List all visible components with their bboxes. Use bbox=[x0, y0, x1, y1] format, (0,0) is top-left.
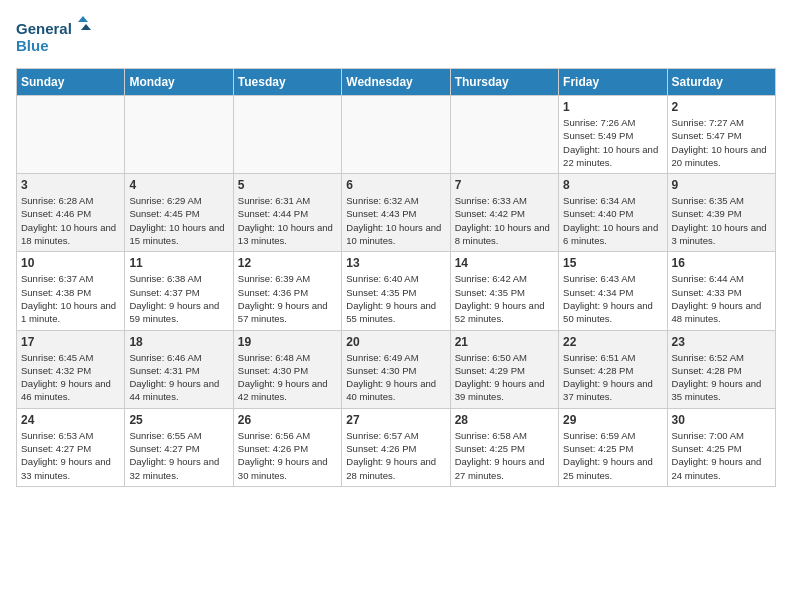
day-number: 2 bbox=[672, 100, 771, 114]
calendar-cell bbox=[17, 96, 125, 174]
calendar-cell: 6Sunrise: 6:32 AM Sunset: 4:43 PM Daylig… bbox=[342, 174, 450, 252]
calendar-cell: 29Sunrise: 6:59 AM Sunset: 4:25 PM Dayli… bbox=[559, 408, 667, 486]
day-info: Sunrise: 6:51 AM Sunset: 4:28 PM Dayligh… bbox=[563, 351, 662, 404]
day-number: 6 bbox=[346, 178, 445, 192]
day-number: 23 bbox=[672, 335, 771, 349]
weekday-header: Friday bbox=[559, 69, 667, 96]
day-info: Sunrise: 6:53 AM Sunset: 4:27 PM Dayligh… bbox=[21, 429, 120, 482]
calendar-cell: 14Sunrise: 6:42 AM Sunset: 4:35 PM Dayli… bbox=[450, 252, 558, 330]
calendar-cell: 3Sunrise: 6:28 AM Sunset: 4:46 PM Daylig… bbox=[17, 174, 125, 252]
calendar-cell bbox=[125, 96, 233, 174]
day-number: 16 bbox=[672, 256, 771, 270]
day-number: 21 bbox=[455, 335, 554, 349]
day-number: 27 bbox=[346, 413, 445, 427]
calendar-cell: 2Sunrise: 7:27 AM Sunset: 5:47 PM Daylig… bbox=[667, 96, 775, 174]
calendar-cell: 18Sunrise: 6:46 AM Sunset: 4:31 PM Dayli… bbox=[125, 330, 233, 408]
day-info: Sunrise: 6:40 AM Sunset: 4:35 PM Dayligh… bbox=[346, 272, 445, 325]
weekday-header: Thursday bbox=[450, 69, 558, 96]
day-number: 19 bbox=[238, 335, 337, 349]
weekday-header: Tuesday bbox=[233, 69, 341, 96]
day-info: Sunrise: 6:28 AM Sunset: 4:46 PM Dayligh… bbox=[21, 194, 120, 247]
day-info: Sunrise: 6:58 AM Sunset: 4:25 PM Dayligh… bbox=[455, 429, 554, 482]
calendar-cell: 11Sunrise: 6:38 AM Sunset: 4:37 PM Dayli… bbox=[125, 252, 233, 330]
day-number: 8 bbox=[563, 178, 662, 192]
logo-icon: GeneralBlue bbox=[16, 16, 96, 56]
calendar-cell: 5Sunrise: 6:31 AM Sunset: 4:44 PM Daylig… bbox=[233, 174, 341, 252]
calendar-cell: 24Sunrise: 6:53 AM Sunset: 4:27 PM Dayli… bbox=[17, 408, 125, 486]
day-info: Sunrise: 6:52 AM Sunset: 4:28 PM Dayligh… bbox=[672, 351, 771, 404]
calendar-cell: 19Sunrise: 6:48 AM Sunset: 4:30 PM Dayli… bbox=[233, 330, 341, 408]
day-number: 24 bbox=[21, 413, 120, 427]
svg-text:General: General bbox=[16, 20, 72, 37]
day-info: Sunrise: 6:33 AM Sunset: 4:42 PM Dayligh… bbox=[455, 194, 554, 247]
day-info: Sunrise: 6:42 AM Sunset: 4:35 PM Dayligh… bbox=[455, 272, 554, 325]
svg-text:Blue: Blue bbox=[16, 37, 49, 54]
day-number: 12 bbox=[238, 256, 337, 270]
day-number: 11 bbox=[129, 256, 228, 270]
day-info: Sunrise: 7:26 AM Sunset: 5:49 PM Dayligh… bbox=[563, 116, 662, 169]
day-info: Sunrise: 6:49 AM Sunset: 4:30 PM Dayligh… bbox=[346, 351, 445, 404]
calendar-week-row: 24Sunrise: 6:53 AM Sunset: 4:27 PM Dayli… bbox=[17, 408, 776, 486]
calendar-cell: 15Sunrise: 6:43 AM Sunset: 4:34 PM Dayli… bbox=[559, 252, 667, 330]
calendar-cell: 22Sunrise: 6:51 AM Sunset: 4:28 PM Dayli… bbox=[559, 330, 667, 408]
calendar-cell: 12Sunrise: 6:39 AM Sunset: 4:36 PM Dayli… bbox=[233, 252, 341, 330]
calendar-cell: 10Sunrise: 6:37 AM Sunset: 4:38 PM Dayli… bbox=[17, 252, 125, 330]
calendar-cell: 7Sunrise: 6:33 AM Sunset: 4:42 PM Daylig… bbox=[450, 174, 558, 252]
calendar-cell: 9Sunrise: 6:35 AM Sunset: 4:39 PM Daylig… bbox=[667, 174, 775, 252]
calendar-week-row: 10Sunrise: 6:37 AM Sunset: 4:38 PM Dayli… bbox=[17, 252, 776, 330]
day-info: Sunrise: 6:50 AM Sunset: 4:29 PM Dayligh… bbox=[455, 351, 554, 404]
day-number: 14 bbox=[455, 256, 554, 270]
day-info: Sunrise: 6:59 AM Sunset: 4:25 PM Dayligh… bbox=[563, 429, 662, 482]
day-number: 26 bbox=[238, 413, 337, 427]
day-info: Sunrise: 6:46 AM Sunset: 4:31 PM Dayligh… bbox=[129, 351, 228, 404]
day-info: Sunrise: 6:55 AM Sunset: 4:27 PM Dayligh… bbox=[129, 429, 228, 482]
day-number: 25 bbox=[129, 413, 228, 427]
calendar-cell: 13Sunrise: 6:40 AM Sunset: 4:35 PM Dayli… bbox=[342, 252, 450, 330]
weekday-header: Saturday bbox=[667, 69, 775, 96]
day-number: 17 bbox=[21, 335, 120, 349]
calendar-week-row: 17Sunrise: 6:45 AM Sunset: 4:32 PM Dayli… bbox=[17, 330, 776, 408]
calendar-cell: 4Sunrise: 6:29 AM Sunset: 4:45 PM Daylig… bbox=[125, 174, 233, 252]
day-number: 4 bbox=[129, 178, 228, 192]
day-number: 22 bbox=[563, 335, 662, 349]
day-info: Sunrise: 6:57 AM Sunset: 4:26 PM Dayligh… bbox=[346, 429, 445, 482]
calendar-cell: 26Sunrise: 6:56 AM Sunset: 4:26 PM Dayli… bbox=[233, 408, 341, 486]
day-info: Sunrise: 6:43 AM Sunset: 4:34 PM Dayligh… bbox=[563, 272, 662, 325]
weekday-header: Sunday bbox=[17, 69, 125, 96]
day-number: 1 bbox=[563, 100, 662, 114]
calendar-cell: 21Sunrise: 6:50 AM Sunset: 4:29 PM Dayli… bbox=[450, 330, 558, 408]
day-info: Sunrise: 6:34 AM Sunset: 4:40 PM Dayligh… bbox=[563, 194, 662, 247]
calendar-cell: 23Sunrise: 6:52 AM Sunset: 4:28 PM Dayli… bbox=[667, 330, 775, 408]
day-info: Sunrise: 6:48 AM Sunset: 4:30 PM Dayligh… bbox=[238, 351, 337, 404]
calendar-week-row: 3Sunrise: 6:28 AM Sunset: 4:46 PM Daylig… bbox=[17, 174, 776, 252]
day-number: 30 bbox=[672, 413, 771, 427]
day-number: 15 bbox=[563, 256, 662, 270]
day-number: 7 bbox=[455, 178, 554, 192]
weekday-header: Monday bbox=[125, 69, 233, 96]
day-info: Sunrise: 6:37 AM Sunset: 4:38 PM Dayligh… bbox=[21, 272, 120, 325]
calendar: SundayMondayTuesdayWednesdayThursdayFrid… bbox=[16, 68, 776, 487]
day-number: 28 bbox=[455, 413, 554, 427]
calendar-cell bbox=[342, 96, 450, 174]
calendar-cell: 8Sunrise: 6:34 AM Sunset: 4:40 PM Daylig… bbox=[559, 174, 667, 252]
calendar-cell: 16Sunrise: 6:44 AM Sunset: 4:33 PM Dayli… bbox=[667, 252, 775, 330]
day-info: Sunrise: 7:00 AM Sunset: 4:25 PM Dayligh… bbox=[672, 429, 771, 482]
day-info: Sunrise: 6:45 AM Sunset: 4:32 PM Dayligh… bbox=[21, 351, 120, 404]
day-number: 20 bbox=[346, 335, 445, 349]
calendar-cell: 17Sunrise: 6:45 AM Sunset: 4:32 PM Dayli… bbox=[17, 330, 125, 408]
page-container: GeneralBlue SundayMondayTuesdayWednesday… bbox=[0, 0, 792, 503]
calendar-week-row: 1Sunrise: 7:26 AM Sunset: 5:49 PM Daylig… bbox=[17, 96, 776, 174]
svg-marker-3 bbox=[81, 24, 91, 30]
day-info: Sunrise: 6:56 AM Sunset: 4:26 PM Dayligh… bbox=[238, 429, 337, 482]
calendar-cell: 28Sunrise: 6:58 AM Sunset: 4:25 PM Dayli… bbox=[450, 408, 558, 486]
day-number: 18 bbox=[129, 335, 228, 349]
calendar-cell bbox=[450, 96, 558, 174]
day-number: 29 bbox=[563, 413, 662, 427]
day-info: Sunrise: 6:29 AM Sunset: 4:45 PM Dayligh… bbox=[129, 194, 228, 247]
day-number: 9 bbox=[672, 178, 771, 192]
day-info: Sunrise: 6:38 AM Sunset: 4:37 PM Dayligh… bbox=[129, 272, 228, 325]
day-number: 10 bbox=[21, 256, 120, 270]
calendar-cell: 27Sunrise: 6:57 AM Sunset: 4:26 PM Dayli… bbox=[342, 408, 450, 486]
day-info: Sunrise: 6:39 AM Sunset: 4:36 PM Dayligh… bbox=[238, 272, 337, 325]
calendar-cell: 25Sunrise: 6:55 AM Sunset: 4:27 PM Dayli… bbox=[125, 408, 233, 486]
